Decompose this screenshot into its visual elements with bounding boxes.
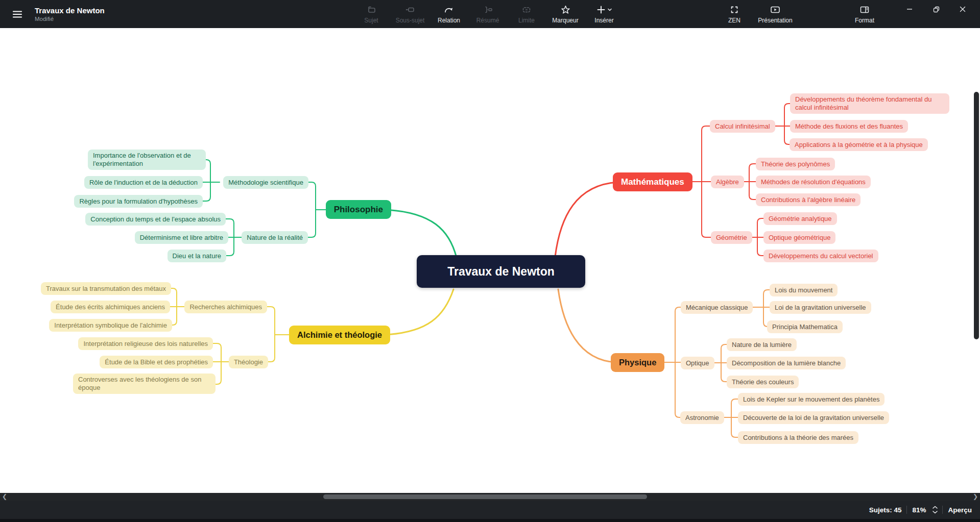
view-tools: ZEN Présentation	[718, 2, 792, 24]
chevron-down-icon	[932, 510, 938, 514]
leaf-topic[interactable]: Lois du mouvement	[770, 284, 838, 296]
zen-button[interactable]: ZEN	[718, 2, 751, 24]
main-topic-physique[interactable]: Physique	[611, 353, 664, 372]
main-topic-alchimie[interactable]: Alchimie et théologie	[289, 326, 390, 344]
leaf-topic[interactable]: Décomposition de la lumière blanche	[727, 357, 846, 369]
zoom-level: 81%	[907, 506, 931, 514]
relationship-button[interactable]: Relation	[432, 2, 466, 24]
leaf-topic[interactable]: Applications à la géométrie et à la phys…	[790, 138, 928, 151]
restore-button[interactable]	[923, 0, 949, 18]
document-title: Travaux de Newton	[35, 6, 105, 15]
title-bar: Travaux de Newton Modifié Sujet Sous-suj…	[0, 0, 980, 28]
leaf-topic[interactable]: Rôle de l'induction et de la déduction	[84, 176, 203, 189]
chevron-down-icon	[607, 7, 612, 12]
title-group: Travaux de Newton Modifié	[7, 0, 105, 28]
leaf-topic[interactable]: Théorie des couleurs	[727, 376, 799, 388]
subtopic[interactable]: Optique	[681, 357, 714, 369]
subtopic[interactable]: Astronomie	[680, 411, 724, 424]
main-topic-philosophie[interactable]: Philosophie	[326, 200, 391, 219]
summary-icon	[482, 5, 493, 15]
leaf-topic[interactable]: Importance de l'observation et de l'expé…	[88, 150, 206, 170]
summary-button[interactable]: Résumé	[471, 2, 505, 24]
scroll-right-icon[interactable]: ❯	[973, 493, 978, 501]
window-bottom-edge	[0, 519, 980, 522]
close-icon	[959, 6, 966, 13]
topic-button[interactable]: Sujet	[354, 2, 388, 24]
toolbar: Sujet Sous-sujet Relation	[354, 2, 621, 24]
vertical-scrollbar-thumb[interactable]	[974, 92, 979, 339]
horizontal-scrollbar[interactable]: ❮ ❯	[0, 493, 980, 501]
leaf-topic[interactable]: Développements du théorème fondamental d…	[790, 93, 949, 114]
edge-central-mathematiques	[555, 182, 618, 257]
leaf-topic[interactable]: Contributions à l'algèbre linéaire	[756, 193, 861, 206]
leaf-topic[interactable]: Controverses avec les théologiens de son…	[73, 374, 216, 394]
boundary-icon	[521, 5, 532, 15]
leaf-topic[interactable]: Développements du calcul vectoriel	[763, 250, 878, 262]
chevron-up-icon	[932, 506, 938, 509]
edge-central-physique	[558, 289, 616, 362]
app-window: Travaux de Newton Modifié Sujet Sous-suj…	[0, 0, 980, 522]
leaf-topic[interactable]: Travaux sur la transmutation des métaux	[41, 282, 171, 295]
zoom-stepper[interactable]	[932, 506, 938, 514]
subtopic[interactable]: Méthodologie scientifique	[223, 176, 308, 189]
subtopic[interactable]: Recherches alchimiques	[184, 301, 267, 313]
leaf-topic[interactable]: Méthodes de résolution d'équations	[756, 176, 871, 188]
subtopic[interactable]: Algèbre	[711, 176, 744, 188]
plus-icon	[596, 5, 606, 14]
leaf-topic[interactable]: Théorie des polynômes	[756, 158, 835, 170]
leaf-topic[interactable]: Règles pour la formulation d'hypothèses	[74, 195, 203, 208]
horizontal-scrollbar-thumb[interactable]	[323, 494, 647, 499]
leaf-topic[interactable]: Géométrie analytique	[763, 212, 837, 225]
leaf-topic[interactable]: Conception du temps et de l'espace absol…	[85, 213, 226, 226]
scroll-left-icon[interactable]: ❮	[2, 493, 7, 501]
subtopic-icon	[404, 5, 416, 15]
edge-central-philosophie	[386, 210, 457, 258]
insert-button[interactable]: Insérer	[587, 2, 621, 24]
preview-button[interactable]: Aperçu	[943, 506, 980, 514]
leaf-topic[interactable]: Interprétation symbolique de l'alchimie	[49, 319, 172, 332]
status-bar: Sujets: 45 81% Aperçu	[0, 501, 980, 519]
presentation-icon	[770, 5, 781, 15]
zen-mode-icon	[729, 5, 739, 15]
leaf-topic[interactable]: Principia Mathematica	[767, 320, 843, 333]
marker-button[interactable]: Marqueur	[548, 2, 582, 24]
subtopic-button[interactable]: Sous-sujet	[393, 2, 427, 24]
leaf-topic[interactable]: Étude de la Bible et des prophéties	[100, 356, 213, 368]
topic-count: Sujets: 45	[864, 506, 907, 514]
window-controls	[896, 0, 976, 18]
leaf-topic[interactable]: Découverte de la loi de la gravitation u…	[738, 411, 889, 424]
format-tools: Format	[848, 2, 881, 24]
main-topic-mathematiques[interactable]: Mathématiques	[613, 172, 692, 191]
leaf-topic[interactable]: Loi de la gravitation universelle	[770, 301, 871, 314]
subtopic[interactable]: Calcul infinitésimal	[710, 120, 775, 133]
topic-icon	[366, 5, 376, 15]
presentation-button[interactable]: Présentation	[758, 2, 792, 24]
leaf-topic[interactable]: Dieu et la nature	[168, 250, 226, 262]
leaf-topic[interactable]: Contributions à la théorie des marées	[738, 431, 858, 444]
central-topic[interactable]: Travaux de Newton	[417, 255, 585, 288]
document-status: Modifié	[35, 15, 105, 22]
restore-icon	[933, 6, 940, 13]
subtopic[interactable]: Géométrie	[711, 231, 752, 244]
subtopic[interactable]: Mécanique classique	[681, 301, 753, 314]
format-button[interactable]: Format	[848, 2, 881, 24]
star-icon	[560, 5, 571, 15]
boundary-button[interactable]: Limite	[510, 2, 543, 24]
relationship-icon	[443, 5, 455, 15]
hamburger-icon	[12, 9, 23, 20]
minimize-button[interactable]	[896, 0, 923, 18]
leaf-topic[interactable]: Interprétation religieuse des lois natur…	[78, 337, 213, 350]
leaf-topic[interactable]: Nature de la lumière	[727, 338, 797, 351]
leaf-topic[interactable]: Déterminisme et libre arbitre	[135, 231, 228, 244]
leaf-topic[interactable]: Étude des écrits alchimiques anciens	[51, 301, 170, 313]
menu-icon[interactable]	[7, 4, 28, 24]
minimize-icon	[906, 6, 913, 13]
format-panel-icon	[859, 5, 870, 15]
subtopic[interactable]: Théologie	[229, 356, 268, 368]
edge-central-alchimie	[386, 289, 453, 335]
close-button[interactable]	[949, 0, 976, 18]
leaf-topic[interactable]: Lois de Kepler sur le mouvement des plan…	[738, 393, 885, 406]
subtopic[interactable]: Nature de la réalité	[242, 231, 308, 244]
leaf-topic[interactable]: Optique géométrique	[763, 231, 835, 244]
leaf-topic[interactable]: Méthode des fluxions et des fluantes	[790, 120, 908, 133]
